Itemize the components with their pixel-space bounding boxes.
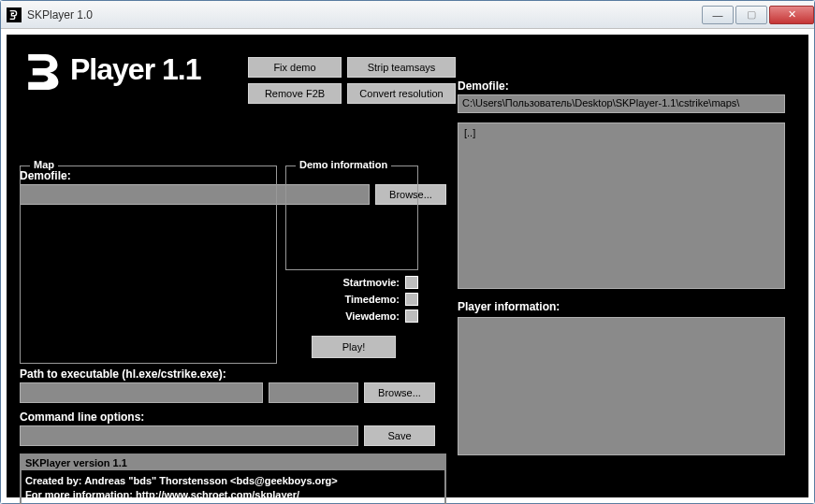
minimize-button[interactable]: — (702, 6, 734, 24)
about-panel: SKPlayer version 1.1 Created by: Andreas… (20, 454, 446, 504)
timedemo-checkbox[interactable] (405, 293, 418, 306)
file-list[interactable]: [..] (458, 122, 785, 289)
about-header: SKPlayer version 1.1 (22, 455, 444, 470)
credits-line-1: Created by: Andreas "bds" Thorstensson <… (25, 474, 441, 488)
timedemo-label: Timedemo: (345, 294, 400, 305)
right-demofile-path[interactable]: C:\Users\Пользователь\Desktop\SKPlayer-1… (458, 94, 785, 113)
client-area: Player 1.1 Fix demo Strip teamsays Remov… (1, 29, 814, 503)
window-title: SKPlayer 1.0 (27, 8, 702, 22)
fix-demo-button[interactable]: Fix demo (248, 57, 342, 78)
startmovie-label: Startmovie: (342, 277, 400, 288)
convert-resolution-button[interactable]: Convert resolution (347, 83, 456, 104)
titlebar: SKPlayer 1.0 — ▢ ✕ (1, 1, 814, 29)
viewdemo-checkbox[interactable] (405, 310, 418, 323)
app-icon (7, 7, 22, 22)
remove-f2b-button[interactable]: Remove F2B (248, 83, 342, 104)
player-info-box (458, 317, 785, 455)
map-groupbox: Map (20, 166, 277, 364)
app-title: Player 1.1 (70, 52, 200, 87)
browse-executable-button[interactable]: Browse... (364, 382, 435, 403)
maximize-button[interactable]: ▢ (735, 6, 767, 24)
logo-block: Player 1.1 (20, 44, 200, 94)
cmd-options-input[interactable] (20, 425, 358, 446)
map-legend: Map (30, 159, 58, 170)
close-button[interactable]: ✕ (769, 6, 814, 24)
executable-path-input[interactable] (20, 382, 263, 403)
executable-extra-input[interactable] (269, 382, 358, 403)
main-panel: Player 1.1 Fix demo Strip teamsays Remov… (7, 35, 808, 497)
demo-info-groupbox: Demo information (285, 166, 418, 270)
strip-teamsays-button[interactable]: Strip teamsays (347, 57, 456, 78)
play-button[interactable]: Play! (312, 336, 396, 358)
right-demofile-label: Demofile: (458, 79, 785, 93)
save-button[interactable]: Save (364, 425, 435, 446)
viewdemo-label: Viewdemo: (345, 310, 400, 322)
list-item[interactable]: [..] (464, 127, 779, 138)
player-info-label: Player information: (458, 300, 785, 313)
path-label: Path to executable (hl.exe/cstrike.exe): (20, 367, 446, 381)
app-window: SKPlayer 1.0 — ▢ ✕ Player 1.1 Fi (0, 0, 815, 504)
credits-line-2: For more information: http://www.schroet… (25, 488, 441, 502)
startmovie-checkbox[interactable] (405, 276, 418, 289)
cmd-options-label: Command line options: (20, 410, 446, 424)
sk-logo-icon (20, 48, 63, 91)
demo-info-legend: Demo information (296, 159, 391, 170)
